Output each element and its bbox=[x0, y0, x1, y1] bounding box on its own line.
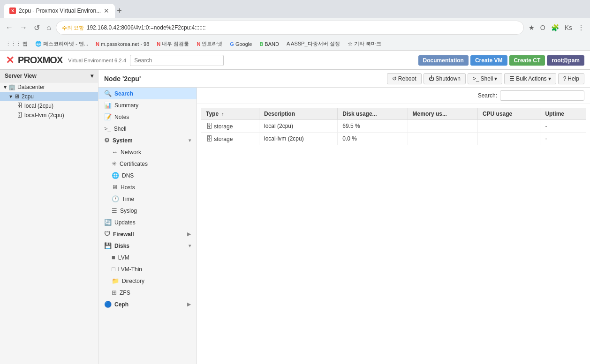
reboot-icon: ↺ bbox=[392, 75, 397, 82]
new-tab-button[interactable]: + bbox=[117, 7, 122, 15]
create-ct-button[interactable]: Create CT bbox=[509, 55, 545, 66]
summary-nav-icon: 📊 bbox=[104, 102, 112, 109]
nav-sub-item-lvm[interactable]: ■ LVM bbox=[98, 252, 197, 263]
content-header: Node '2cpu' ↺ Reboot ⏻ Shutdown >_ Shell… bbox=[98, 70, 590, 88]
datacenter-icon: 🏢 bbox=[8, 84, 15, 90]
active-tab[interactable]: X 2cpu - Proxmox Virtual Environ... ✕ bbox=[4, 4, 115, 18]
firewall-expand-icon: ▶ bbox=[187, 231, 191, 237]
summary-nav-label: Summary bbox=[114, 102, 138, 109]
disks-icon: 💾 bbox=[104, 242, 112, 249]
col-type[interactable]: Type ↑ bbox=[201, 108, 259, 120]
system-icon: ⚙ bbox=[104, 137, 110, 144]
content-actions: ↺ Reboot ⏻ Shutdown >_ Shell ▾ ☰ Bulk Ac… bbox=[387, 73, 584, 84]
content-search-input[interactable] bbox=[500, 90, 584, 101]
col-cpu-usage[interactable]: CPU usage bbox=[477, 108, 540, 120]
sidebar-item-local-lvm[interactable]: 🗄 local-lvm (2cpu) bbox=[0, 111, 98, 120]
nav-sub-item-directory[interactable]: 📁 Directory bbox=[98, 275, 197, 287]
nav-sub-item-network[interactable]: ↔ Network bbox=[98, 146, 197, 158]
col-description[interactable]: Description bbox=[259, 108, 338, 120]
bookmark-band[interactable]: B BAND bbox=[257, 40, 281, 48]
sidebar-item-local[interactable]: 🗄 local (2cpu) bbox=[0, 101, 98, 111]
nav-item-notes[interactable]: 📝 Notes bbox=[98, 111, 197, 123]
reload-button[interactable]: ↺ bbox=[32, 22, 42, 34]
row2-cpu-usage bbox=[477, 133, 540, 145]
extensions-button[interactable]: 🧩 bbox=[549, 22, 561, 33]
nav-sub-item-lvm-thin[interactable]: □ LVM-Thin bbox=[98, 263, 197, 275]
back-button[interactable]: ← bbox=[4, 22, 15, 34]
datacenter-expand-icon: ▾ bbox=[4, 84, 7, 90]
tab-close-button[interactable]: ✕ bbox=[104, 7, 109, 15]
sidebar-item-datacenter[interactable]: ▾ 🏢 Datacenter bbox=[0, 82, 98, 92]
server-view-arrow[interactable]: ▾ bbox=[91, 73, 93, 79]
nav-section-ceph[interactable]: 🔵 Ceph ▶ bbox=[98, 298, 197, 310]
bookmark-assp[interactable]: A ASSP_다중서버 설정 bbox=[285, 39, 342, 48]
sidebar-item-2cpu[interactable]: ▾ 🖥 2cpu bbox=[0, 92, 98, 101]
bookmark-mpass[interactable]: N m.passkorea.net - 98 bbox=[94, 40, 151, 48]
header-search-input[interactable] bbox=[130, 55, 224, 66]
system-label: System bbox=[113, 137, 133, 144]
storage-icon-2: 🗄 bbox=[206, 135, 212, 142]
bookmark-passkorea[interactable]: 🌐 패스코리아넷 - 엔... bbox=[33, 39, 90, 48]
documentation-button[interactable]: Documentation bbox=[418, 55, 469, 66]
firewall-icon: 🛡 bbox=[104, 230, 110, 238]
bookmark-internal[interactable]: N 내부 점검툴 bbox=[155, 39, 191, 48]
row1-uptime: - bbox=[540, 120, 586, 133]
shutdown-button[interactable]: ⏻ Shutdown bbox=[424, 73, 466, 84]
table-row[interactable]: 🗄 storage local (2cpu) 69.5 % - bbox=[201, 120, 586, 133]
address-bar[interactable]: 주의 요함 192.168.0.42:8006/#v1:0:=node%2F2c… bbox=[56, 21, 524, 35]
bookmark-google[interactable]: G Google bbox=[228, 40, 254, 48]
table-header: Type ↑ Description Disk usage... Memory … bbox=[201, 108, 586, 120]
col-disk-usage[interactable]: Disk usage... bbox=[338, 108, 408, 120]
help-button[interactable]: ? Help bbox=[558, 73, 584, 84]
nav-section-disks[interactable]: 💾 Disks ▾ bbox=[98, 240, 197, 252]
nav-item-updates[interactable]: 🔄 Updates bbox=[98, 216, 197, 228]
nav-sub-item-hosts[interactable]: 🖥 Hosts bbox=[98, 181, 197, 193]
bookmark-other[interactable]: ☆ 기타 북마크 bbox=[346, 39, 383, 48]
header-search[interactable] bbox=[130, 55, 224, 66]
shell-button[interactable]: >_ Shell ▾ bbox=[468, 73, 502, 84]
create-vm-button[interactable]: Create VM bbox=[470, 55, 507, 66]
col-uptime[interactable]: Uptime bbox=[540, 108, 586, 120]
node-title: Node '2cpu' bbox=[104, 75, 141, 82]
home-button[interactable]: ⌂ bbox=[45, 22, 53, 34]
row2-disk-usage: 0.0 % bbox=[338, 133, 408, 145]
nav-sub-item-certificates[interactable]: ✳ Certificates bbox=[98, 158, 197, 170]
bookmarks-apps[interactable]: ⋮⋮⋮ 앱 bbox=[4, 39, 30, 48]
bulk-actions-button[interactable]: ☰ Bulk Actions ▾ bbox=[504, 73, 556, 84]
table-row[interactable]: 🗄 storage local-lvm (2cpu) 0.0 % - bbox=[201, 133, 586, 145]
nav-sub-item-time[interactable]: 🕐 Time bbox=[98, 193, 197, 205]
menu-button[interactable]: ⋮ bbox=[576, 22, 586, 33]
nav-sub-item-syslog[interactable]: ☰ Syslog bbox=[98, 205, 197, 216]
dns-icon: 🌐 bbox=[112, 172, 119, 179]
nav-item-shell[interactable]: >_ Shell bbox=[98, 123, 197, 134]
nav-section-system[interactable]: ⚙ System ▾ bbox=[98, 134, 197, 146]
bookmark-star-button[interactable]: ★ bbox=[527, 22, 537, 33]
shell-nav-label: Shell bbox=[114, 126, 127, 132]
forward-button[interactable]: → bbox=[18, 22, 29, 34]
opera-button[interactable]: O bbox=[538, 22, 547, 33]
shutdown-icon: ⏻ bbox=[429, 75, 434, 82]
nav-item-summary[interactable]: 📊 Summary bbox=[98, 99, 197, 111]
nav-item-search[interactable]: 🔍 Search bbox=[98, 88, 197, 99]
profile-button[interactable]: Ks bbox=[563, 22, 574, 33]
col-memory-usage[interactable]: Memory us... bbox=[408, 108, 477, 120]
user-button[interactable]: root@pam bbox=[547, 55, 584, 66]
server-view-header: Server View ▾ bbox=[0, 70, 98, 82]
time-label: Time bbox=[122, 196, 134, 202]
lvm-thin-icon: □ bbox=[112, 266, 115, 273]
bulk-actions-icon: ☰ bbox=[509, 75, 514, 82]
proxmox-logo: ✕ PROXMOX Virtual Environment 6.2-4 bbox=[6, 54, 126, 67]
row1-description: local (2cpu) bbox=[259, 120, 338, 133]
directory-icon: 📁 bbox=[112, 277, 119, 284]
nav-sub-item-zfs[interactable]: ⊞ ZFS bbox=[98, 287, 197, 298]
table-wrapper: Type ↑ Description Disk usage... Memory … bbox=[197, 104, 590, 364]
zfs-label: ZFS bbox=[120, 290, 130, 296]
content-panel: Node '2cpu' ↺ Reboot ⏻ Shutdown >_ Shell… bbox=[98, 70, 590, 364]
local-lvm-icon: 🗄 bbox=[17, 112, 23, 119]
2cpu-label: 2cpu bbox=[22, 93, 34, 100]
nav-section-firewall[interactable]: 🛡 Firewall ▶ bbox=[98, 228, 197, 240]
bookmark-intranet[interactable]: N 인트라넷 bbox=[195, 39, 224, 48]
nav-sub-item-dns[interactable]: 🌐 DNS bbox=[98, 170, 197, 181]
local-icon: 🗄 bbox=[17, 103, 23, 109]
reboot-button[interactable]: ↺ Reboot bbox=[387, 73, 422, 84]
